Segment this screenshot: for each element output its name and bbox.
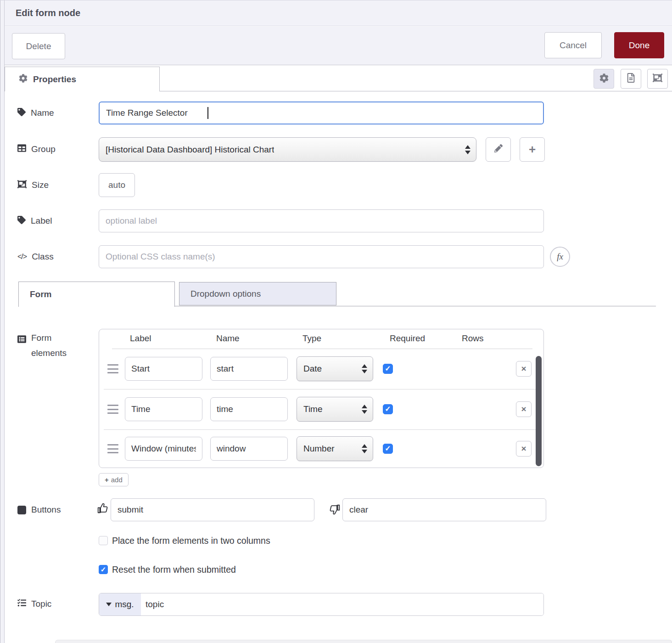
class-input[interactable]: [99, 245, 544, 268]
select-arrows-icon: [362, 405, 367, 414]
topic-typed-input: msg.: [99, 593, 544, 616]
column-header-type: Type: [302, 333, 321, 344]
topic-type-select[interactable]: msg.: [99, 593, 141, 615]
tab-dropdown-options[interactable]: Dropdown options: [179, 282, 336, 305]
row-drag-handle[interactable]: [107, 444, 118, 453]
row-delete-button[interactable]: ×: [516, 401, 532, 417]
two-columns-label: Place the form elements in two columns: [112, 536, 270, 546]
text-cursor: [207, 107, 208, 119]
chevron-down-icon: [106, 603, 112, 606]
tag-icon: [17, 216, 26, 226]
tab-properties[interactable]: Properties: [5, 67, 160, 91]
two-columns-checkbox[interactable]: [99, 536, 108, 545]
row-type-select[interactable]: Time: [297, 397, 373, 422]
tab-row-underline: [160, 91, 672, 91]
plus-icon: +: [529, 142, 536, 157]
cancel-button[interactable]: Cancel: [544, 32, 602, 58]
row-required-checkbox[interactable]: [383, 444, 393, 454]
row-delete-button[interactable]: ×: [516, 441, 532, 457]
select-arrows-icon: [362, 444, 367, 453]
row-name-input[interactable]: [210, 397, 288, 421]
row-delete-button[interactable]: ×: [516, 361, 532, 377]
add-group-button[interactable]: +: [520, 137, 545, 162]
row-required-checkbox[interactable]: [383, 364, 393, 374]
submit-button-label-input[interactable]: [111, 498, 314, 521]
column-header-rows: Rows: [462, 333, 484, 344]
name-field-label: Name: [17, 106, 54, 120]
file-text-icon: [627, 73, 635, 85]
object-group-icon: [653, 73, 662, 85]
topic-value-input[interactable]: [141, 593, 543, 615]
clipped-element-edge: [55, 640, 672, 643]
tab-form[interactable]: Form: [18, 282, 175, 307]
fx-icon: fx: [557, 252, 563, 262]
form-elements-label: Form elements: [17, 330, 86, 361]
dialog-header: Edit form node: [5, 0, 672, 26]
plus-icon: +: [105, 476, 109, 484]
column-header-required: Required: [390, 333, 425, 344]
row-divider: [104, 389, 539, 389]
edit-tab-row: Properties: [5, 65, 672, 91]
form-elements-table: Label Name Type Required Rows Date × Tim…: [99, 329, 544, 468]
reset-form-label: Reset the form when submitted: [112, 564, 236, 575]
gear-icon: [19, 74, 28, 85]
list-alt-icon: [17, 333, 26, 348]
tag-icon: [17, 108, 26, 118]
reset-form-checkbox[interactable]: [99, 565, 108, 574]
buttons-field-label: Buttons: [17, 503, 61, 517]
pencil-icon: [494, 144, 503, 155]
group-field-label: Group: [17, 142, 56, 156]
edit-form-node-dialog: Edit form node Delete Cancel Done Proper…: [0, 0, 672, 643]
row-divider: [104, 429, 539, 430]
fx-expression-button[interactable]: fx: [550, 247, 570, 267]
label-field-label: Label: [17, 214, 52, 228]
column-header-name: Name: [216, 333, 240, 344]
properties-pane-button[interactable]: [594, 69, 614, 89]
label-input[interactable]: [99, 209, 544, 232]
description-pane-button[interactable]: [621, 69, 641, 89]
dialog-toolbar: Delete Cancel Done: [5, 27, 672, 65]
select-arrows-icon: [362, 364, 367, 373]
gear-icon: [599, 73, 609, 85]
group-select[interactable]: [Historical Data Dashboard] Historical C…: [99, 137, 476, 162]
row-type-select[interactable]: Number: [297, 436, 373, 461]
row-name-input[interactable]: [210, 437, 288, 461]
code-icon: </>: [17, 253, 27, 261]
size-button[interactable]: auto: [99, 173, 135, 197]
dialog-title: Edit form node: [16, 8, 80, 18]
size-field-label: Size: [17, 178, 49, 192]
row-type-select[interactable]: Date: [297, 356, 373, 381]
tab-properties-label: Properties: [33, 74, 76, 85]
clear-button-label-input[interactable]: [342, 498, 546, 521]
table-icon: [17, 144, 26, 155]
row-required-checkbox[interactable]: [383, 404, 393, 414]
square-icon: [17, 506, 26, 514]
object-group-icon: [17, 180, 27, 191]
delete-button[interactable]: Delete: [12, 33, 65, 59]
thumbs-down-icon: [329, 503, 341, 515]
row-drag-handle[interactable]: [107, 364, 118, 373]
thumbs-up-icon: [97, 502, 109, 514]
edit-group-button[interactable]: [486, 137, 511, 162]
scrollbar-thumb[interactable]: [536, 356, 542, 466]
row-drag-handle[interactable]: [107, 405, 118, 414]
row-label-input[interactable]: [125, 357, 202, 381]
row-label-input[interactable]: [125, 437, 202, 461]
done-button[interactable]: Done: [614, 32, 664, 58]
topic-field-label: Topic: [17, 597, 51, 611]
tray-left-gutter: [0, 0, 5, 643]
tasks-icon: [17, 598, 26, 609]
row-label-input[interactable]: [125, 397, 202, 421]
header-divider: [112, 349, 532, 349]
column-header-label: Label: [130, 333, 151, 344]
class-field-label: </> Class: [17, 250, 54, 264]
section-tabs-underline: [175, 306, 656, 306]
row-name-input[interactable]: [210, 357, 288, 381]
select-arrows-icon: [465, 145, 470, 154]
add-element-button[interactable]: + add: [99, 473, 129, 486]
appearance-pane-button[interactable]: [647, 69, 668, 89]
name-input[interactable]: [99, 102, 544, 124]
